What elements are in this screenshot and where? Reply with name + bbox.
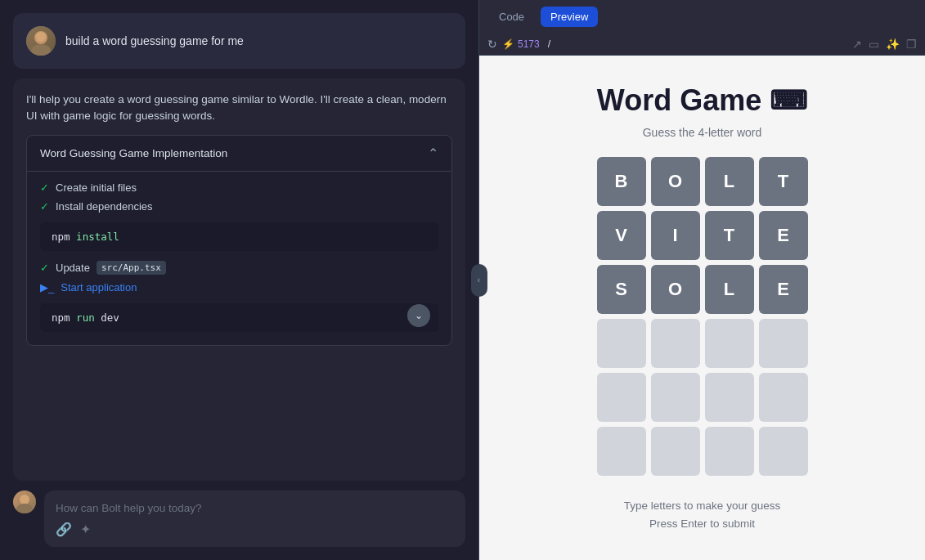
left-panel: build a word guessing game for me I'll h… [0, 0, 478, 560]
input-actions: 🔗 ✦ [56, 522, 454, 537]
attach-button[interactable]: 🔗 [56, 522, 72, 537]
right-toolbar: Code Preview [479, 0, 925, 34]
chevron-up-icon: ⌃ [428, 146, 438, 161]
avatar [26, 26, 56, 56]
terminal-icon: ▶_ [40, 281, 54, 293]
user-message-text: build a word guessing game for me [65, 34, 244, 47]
code-block-run-container: npm run dev ⌄ [40, 300, 438, 335]
tab-code[interactable]: Code [489, 7, 534, 27]
check-icon: ✓ [40, 181, 49, 194]
grid-cell: E [759, 265, 808, 314]
task-title: Word Guessing Game Implementation [40, 147, 227, 159]
bottom-avatar [13, 491, 36, 513]
bolt-count: 5173 [518, 38, 540, 50]
device-preview-button[interactable]: ▭ [869, 38, 879, 51]
avatar-image [26, 26, 56, 56]
collapse-button[interactable]: ‹ [471, 264, 487, 297]
grid-cell: O [651, 265, 700, 314]
keyboard-icon: ⌨ [770, 85, 807, 116]
task-label-start: Start application [61, 281, 137, 293]
task-item-update: ✓ Update src/App.tsx [40, 261, 438, 275]
grid-cell [705, 373, 754, 422]
code-cmd-npm: npm [52, 231, 76, 243]
task-item-install: ✓ Install dependencies [40, 200, 438, 213]
task-label-create: Create initial files [56, 181, 137, 194]
input-area: 🔗 ✦ [44, 491, 465, 547]
grid-cell [597, 427, 646, 476]
code-block-run: npm run dev [40, 303, 438, 332]
grid-cell: B [597, 157, 646, 206]
game-preview: Word Game ⌨ Guess the 4-letter word BOLT… [479, 56, 925, 560]
check-icon-2: ✓ [40, 200, 49, 213]
hint-line2: Press Enter to submit [624, 515, 780, 533]
code-arg-run: run [76, 311, 95, 324]
task-header[interactable]: Word Guessing Game Implementation ⌃ [27, 136, 451, 172]
grid-cell: I [651, 211, 700, 260]
grid-cell [651, 427, 700, 476]
grid-cell [759, 427, 808, 476]
task-label-update: Update [56, 262, 90, 274]
grid-cell: E [759, 211, 808, 260]
refresh-button[interactable]: ↻ [487, 38, 497, 51]
url-bar: ↻ ⚡ 5173 ↗ ▭ ✨ ❐ [479, 34, 925, 56]
game-subtitle: Guess the 4-letter word [643, 126, 762, 139]
check-icon-3: ✓ [40, 262, 49, 274]
expand-button[interactable]: ❐ [906, 38, 917, 51]
panel-divider: ‹ [478, 0, 479, 560]
right-panel: Code Preview ↻ ⚡ 5173 ↗ ▭ ✨ ❐ Word Game … [479, 0, 925, 560]
hint-line1: Type letters to make your guess [624, 497, 780, 515]
grid-cell [759, 319, 808, 368]
grid-cell [651, 373, 700, 422]
task-item-create-files: ✓ Create initial files [40, 181, 438, 194]
user-message: build a word guessing game for me [13, 13, 465, 69]
code-arg-install: install [76, 231, 119, 243]
task-item-start: ▶_ Start application [40, 281, 438, 293]
grid-cell: L [705, 265, 754, 314]
bolt-badge: ⚡ 5173 [502, 38, 540, 50]
grid-cell [651, 319, 700, 368]
code-cmd-npm2: npm [52, 311, 76, 324]
tab-preview[interactable]: Preview [541, 7, 598, 27]
grid-cell [759, 373, 808, 422]
game-title-text: Word Game [597, 83, 761, 118]
task-items: ✓ Create initial files ✓ Install depende… [27, 172, 451, 345]
svg-point-4 [16, 504, 33, 513]
grid-cell [597, 319, 646, 368]
assistant-response: I'll help you create a word guessing gam… [13, 78, 465, 481]
grid-cell: V [597, 211, 646, 260]
response-text: I'll help you create a word guessing gam… [26, 92, 452, 125]
grid-cell [705, 427, 754, 476]
open-external-button[interactable]: ↗ [852, 38, 862, 51]
code-block-install: npm install [40, 222, 438, 251]
game-title: Word Game ⌨ [597, 83, 807, 118]
svg-point-2 [36, 32, 46, 42]
url-input[interactable] [545, 37, 847, 52]
share-button[interactable]: ✨ [886, 38, 900, 51]
svg-point-1 [31, 44, 51, 56]
grid-cell: S [597, 265, 646, 314]
grid-cell [705, 319, 754, 368]
scroll-down-button[interactable]: ⌄ [407, 304, 430, 327]
chat-input[interactable] [56, 502, 454, 514]
code-cmd-dev: dev [95, 311, 119, 324]
grid-cell: T [705, 211, 754, 260]
grid-cell: O [651, 157, 700, 206]
word-grid: BOLTVITESOLE [597, 157, 808, 476]
url-actions: ↗ ▭ ✨ ❐ [852, 38, 917, 51]
task-panel: Word Guessing Game Implementation ⌃ ✓ Cr… [26, 135, 452, 346]
grid-cell: T [759, 157, 808, 206]
grid-cell [597, 373, 646, 422]
game-hint: Type letters to make your guess Press En… [624, 497, 780, 532]
task-label-install: Install dependencies [56, 200, 153, 213]
sparkle-button[interactable]: ✦ [80, 522, 91, 537]
svg-point-3 [20, 495, 29, 504]
grid-cell: L [705, 157, 754, 206]
bolt-icon: ⚡ [502, 38, 514, 50]
file-badge: src/App.tsx [97, 261, 166, 275]
